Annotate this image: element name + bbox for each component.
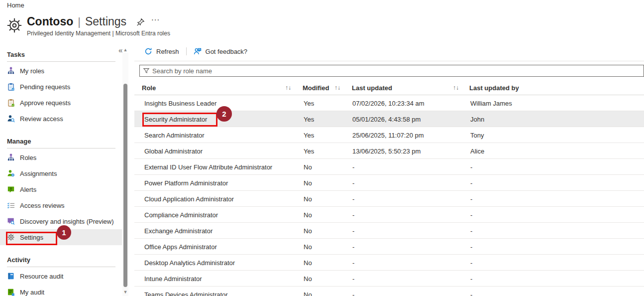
- column-header-last-updated[interactable]: Last updated: [352, 80, 392, 95]
- cell-role: Desktop Analytics Administrator: [144, 255, 235, 271]
- table-row-insights-business-leader[interactable]: Insights Business LeaderYes07/02/2026, 1…: [134, 95, 644, 111]
- toolbar-rule: [134, 61, 644, 61]
- more-menu-button[interactable]: ...: [151, 13, 160, 23]
- column-header-modified[interactable]: Modified: [303, 80, 329, 95]
- cell-last-updated-by: -: [470, 287, 472, 296]
- feedback-button[interactable]: Got feedback?: [194, 47, 248, 55]
- sidebar-section-activity: Activity: [7, 256, 115, 264]
- cell-role: Office Apps Administrator: [144, 239, 217, 255]
- alert-icon: [7, 185, 15, 193]
- cell-last-updated-by: -: [470, 271, 472, 287]
- sidebar-item-access-reviews[interactable]: Access reviews: [0, 197, 122, 213]
- refresh-button[interactable]: Refresh: [144, 47, 179, 55]
- cell-role: Exchange Administrator: [144, 223, 213, 239]
- table-row-desktop-analytics-administrator[interactable]: Desktop Analytics AdministratorNo--: [134, 255, 644, 271]
- page-title-tenant: Contoso: [27, 15, 73, 28]
- cell-last-updated: -: [352, 207, 354, 223]
- sidebar-item-my-roles[interactable]: My roles: [0, 63, 122, 79]
- checklist-icon: [7, 201, 15, 209]
- cell-modified: No: [304, 239, 312, 255]
- page-header: Contoso | Settings Privileged Identity M…: [6, 15, 170, 37]
- sidebar: TasksMy rolesPending requestsApprove req…: [0, 44, 122, 296]
- sort-icon-last-updated[interactable]: ↑↓: [453, 80, 459, 95]
- cell-last-updated: -: [352, 271, 354, 287]
- sidebar-item-label: Pending requests: [20, 83, 70, 91]
- pim-settings-page: Home Contoso | Settings Privileged Ident…: [0, 0, 644, 296]
- sort-icon-modified[interactable]: ↑↓: [334, 80, 340, 95]
- toolbar-divider: [186, 47, 187, 55]
- table-header: Role ↑↓ Modified ↑↓ Last updated ↑↓ Last…: [134, 80, 644, 95]
- feedback-icon: [194, 47, 202, 55]
- cell-role: Intune Administrator: [144, 271, 202, 287]
- column-header-role[interactable]: Role: [142, 80, 156, 95]
- title-separator: |: [78, 15, 81, 28]
- audit-list-icon: [7, 288, 15, 296]
- cell-modified: No: [304, 223, 312, 239]
- cell-role: Search Administrator: [144, 127, 205, 143]
- scrollbar-up-arrow-icon[interactable]: ▲: [122, 47, 128, 53]
- search-input[interactable]: [152, 67, 644, 75]
- sidebar-item-alerts[interactable]: Alerts: [0, 181, 122, 197]
- cell-role: Cloud Application Administrator: [144, 191, 234, 207]
- book-icon: [7, 272, 15, 280]
- pin-icon[interactable]: [136, 18, 145, 27]
- breadcrumb-home[interactable]: Home: [7, 1, 24, 9]
- table-row-security-administrator[interactable]: Security AdministratorYes05/01/2026, 4:4…: [134, 111, 644, 127]
- sidebar-item-approve-requests[interactable]: Approve requests: [0, 95, 122, 111]
- scrollbar-thumb[interactable]: [123, 84, 127, 287]
- cell-modified: No: [304, 255, 312, 271]
- person-search-icon: [7, 115, 15, 123]
- cell-last-updated-by: Tony: [470, 127, 484, 143]
- cell-modified: No: [304, 191, 312, 207]
- cell-last-updated: -: [352, 191, 354, 207]
- table-row-global-administrator[interactable]: Global AdministratorYes13/06/2025, 5:50:…: [134, 143, 644, 159]
- refresh-label: Refresh: [156, 48, 179, 55]
- cell-last-updated-by: Alice: [470, 143, 484, 159]
- column-header-last-updated-by[interactable]: Last updated by: [469, 80, 519, 95]
- cell-role: Compliance Administrator: [144, 207, 218, 223]
- sidebar-item-settings[interactable]: Settings: [0, 229, 122, 245]
- scrollbar-down-arrow-icon[interactable]: ▼: [122, 289, 128, 295]
- cell-last-updated-by: -: [470, 159, 472, 175]
- sidebar-item-pending-requests[interactable]: Pending requests: [0, 79, 122, 95]
- table-row-office-apps-administrator[interactable]: Office Apps AdministratorNo--: [134, 239, 644, 255]
- cell-modified: Yes: [304, 95, 314, 111]
- cell-last-updated: 13/06/2025, 5:50:23 pm: [352, 143, 421, 159]
- sidebar-item-assignments[interactable]: Assignments: [0, 165, 122, 181]
- cell-role: Power Platform Administrator: [144, 175, 228, 191]
- sidebar-item-label: My audit: [20, 289, 44, 296]
- cell-last-updated: -: [352, 175, 354, 191]
- sidebar-item-roles[interactable]: Roles: [0, 149, 122, 165]
- chat-search-icon: [7, 217, 15, 225]
- cell-last-updated-by: William James: [470, 95, 512, 111]
- section-divider: [7, 267, 115, 267]
- person-assignment-icon: [7, 169, 15, 177]
- cell-last-updated: -: [352, 223, 354, 239]
- table-row-teams-devices-administrator[interactable]: Teams Devices AdministratorNo--: [134, 287, 644, 296]
- table-row-cloud-application-administrator[interactable]: Cloud Application AdministratorNo--: [134, 191, 644, 207]
- sidebar-item-review-access[interactable]: Review access: [0, 111, 122, 127]
- sidebar-item-label: My roles: [20, 67, 44, 75]
- sidebar-item-label: Roles: [20, 154, 36, 161]
- table-row-search-administrator[interactable]: Search AdministratorYes25/06/2025, 11:07…: [134, 127, 644, 143]
- table-row-external-id-user-flow-attribute-administrator[interactable]: External ID User Flow Attribute Administ…: [134, 159, 644, 175]
- sort-icon-role[interactable]: ↑↓: [285, 80, 291, 95]
- cell-last-updated-by: -: [470, 239, 472, 255]
- sidebar-item-resource-audit[interactable]: Resource audit: [0, 268, 122, 284]
- sidebar-item-my-audit[interactable]: My audit: [0, 284, 122, 296]
- table-row-compliance-administrator[interactable]: Compliance AdministratorNo--: [134, 207, 644, 223]
- cell-last-updated: 05/01/2026, 4:43:58 pm: [352, 111, 421, 127]
- cell-modified: No: [304, 175, 312, 191]
- cell-last-updated-by: -: [470, 191, 472, 207]
- cell-last-updated-by: -: [470, 175, 472, 191]
- cell-last-updated-by: -: [470, 223, 472, 239]
- refresh-icon: [144, 47, 152, 55]
- sidebar-item-discovery-and-insights-preview[interactable]: Discovery and insights (Preview): [0, 213, 122, 229]
- table-row-intune-administrator[interactable]: Intune AdministratorNo--: [134, 271, 644, 287]
- table-row-exchange-administrator[interactable]: Exchange AdministratorNo--: [134, 223, 644, 239]
- sidebar-scrollbar[interactable]: [122, 53, 128, 296]
- cell-modified: Yes: [304, 111, 314, 127]
- table-row-power-platform-administrator[interactable]: Power Platform AdministratorNo--: [134, 175, 644, 191]
- feedback-label: Got feedback?: [206, 48, 248, 55]
- cell-modified: Yes: [304, 143, 314, 159]
